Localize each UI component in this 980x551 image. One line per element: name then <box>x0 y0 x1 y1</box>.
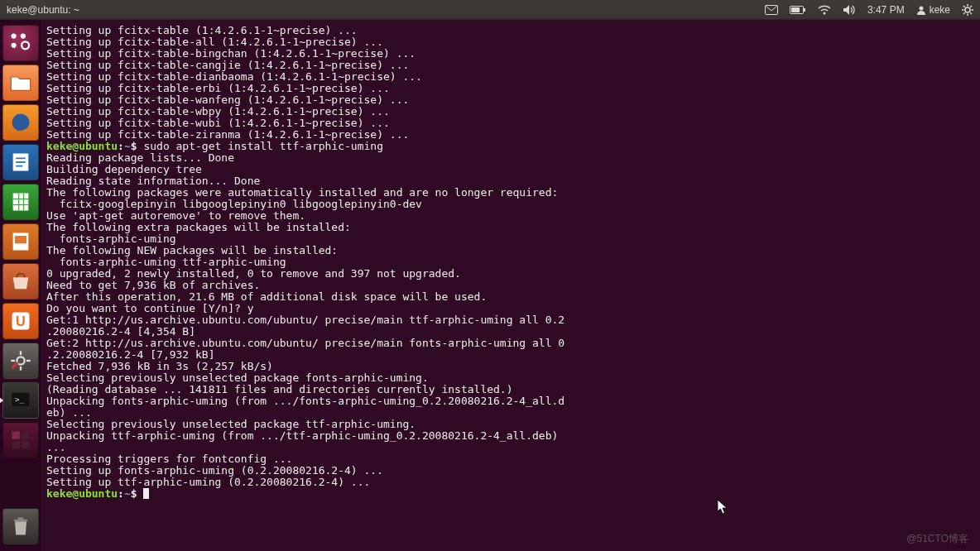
svg-rect-42 <box>12 441 20 448</box>
launcher-workspace-switcher[interactable] <box>2 422 39 458</box>
mail-icon[interactable] <box>765 5 778 15</box>
svg-rect-2 <box>804 8 805 12</box>
launcher-files[interactable] <box>2 65 39 101</box>
svg-rect-43 <box>22 441 29 448</box>
svg-point-6 <box>965 7 970 12</box>
svg-point-4 <box>823 12 825 14</box>
svg-point-5 <box>919 6 923 10</box>
window-title: keke@ubuntu: ~ <box>7 4 79 16</box>
network-icon[interactable] <box>818 4 831 16</box>
svg-line-11 <box>963 6 965 7</box>
svg-line-13 <box>963 12 965 14</box>
launcher-writer[interactable] <box>2 144 39 180</box>
svg-rect-3 <box>791 7 800 12</box>
launcher-trash[interactable] <box>2 508 39 544</box>
svg-rect-41 <box>22 432 29 439</box>
launcher-dash[interactable] <box>2 25 39 61</box>
svg-rect-44 <box>14 520 27 521</box>
launcher-impress[interactable] <box>2 223 39 260</box>
svg-rect-30 <box>15 236 26 243</box>
watermark: @51CTO博客 <box>906 532 968 546</box>
svg-rect-24 <box>13 194 29 211</box>
svg-line-14 <box>970 6 972 7</box>
svg-text:>_: >_ <box>15 395 25 404</box>
unity-launcher: U >_ <box>0 20 41 551</box>
battery-icon[interactable] <box>790 6 806 14</box>
svg-rect-40 <box>12 432 20 439</box>
svg-point-16 <box>12 43 17 48</box>
top-menu-bar: keke@ubuntu: ~ 3:47 PM keke <box>0 0 980 20</box>
svg-text:U: U <box>16 314 26 328</box>
clock[interactable]: 3:47 PM <box>867 4 905 16</box>
launcher-calc[interactable] <box>2 184 39 220</box>
user-name: keke <box>930 4 950 16</box>
launcher-firefox[interactable] <box>2 104 39 141</box>
svg-rect-45 <box>18 518 24 520</box>
launcher-settings[interactable] <box>2 343 39 379</box>
launcher-ubuntu-one[interactable]: U <box>2 303 39 339</box>
svg-point-18 <box>22 41 29 49</box>
volume-icon[interactable] <box>843 4 856 16</box>
svg-line-12 <box>970 12 972 14</box>
launcher-terminal[interactable]: >_ <box>2 382 39 419</box>
session-gear-icon[interactable] <box>962 4 973 16</box>
svg-point-17 <box>21 34 26 39</box>
terminal-content[interactable]: Setting up fcitx-table (1:4.2.6.1-1~prec… <box>41 20 980 551</box>
launcher-software-center[interactable] <box>2 263 39 299</box>
svg-point-15 <box>12 34 17 39</box>
user-menu[interactable]: keke <box>916 4 950 16</box>
